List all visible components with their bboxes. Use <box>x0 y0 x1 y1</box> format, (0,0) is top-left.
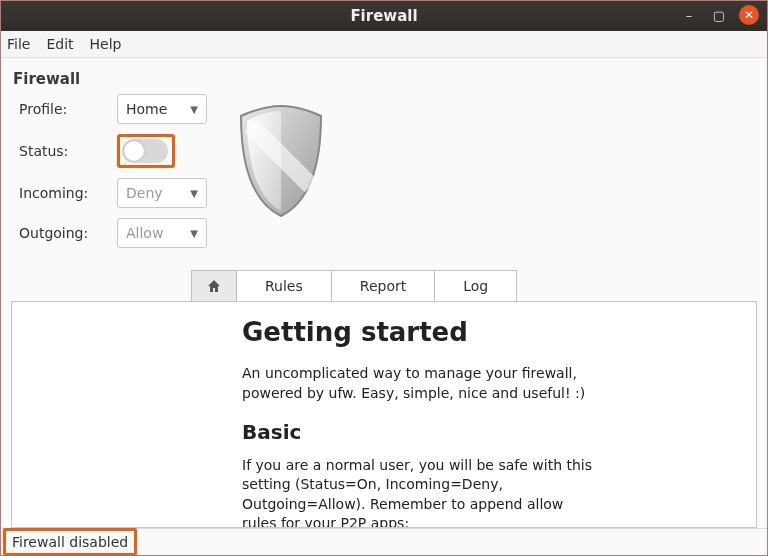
tab-report[interactable]: Report <box>331 270 435 301</box>
chevron-down-icon: ▼ <box>190 228 198 239</box>
shield-icon <box>231 101 331 224</box>
firewall-window: Firewall – ▢ ✕ File Edit Help Firewall P… <box>0 0 768 556</box>
maximize-button[interactable]: ▢ <box>709 5 729 25</box>
content-area: Firewall Profile: Home ▼ Status: Incomin… <box>1 58 767 528</box>
profile-value: Home <box>126 101 167 117</box>
status-label: Status: <box>19 143 109 159</box>
close-button[interactable]: ✕ <box>739 5 759 25</box>
incoming-label: Incoming: <box>19 185 109 201</box>
toggle-knob <box>124 141 144 161</box>
title-bar: Firewall – ▢ ✕ <box>1 1 767 31</box>
minimize-button[interactable]: – <box>679 5 699 25</box>
main-pane: Getting started An uncomplicated way to … <box>11 301 757 528</box>
doc-intro: An uncomplicated way to manage your fire… <box>242 364 602 403</box>
outgoing-select[interactable]: Allow ▼ <box>117 218 207 248</box>
tab-log[interactable]: Log <box>434 270 517 301</box>
tab-home[interactable] <box>191 270 237 301</box>
window-title: Firewall <box>350 7 417 25</box>
incoming-value: Deny <box>126 185 163 201</box>
status-highlight-bottom: Firewall disabled <box>3 528 137 556</box>
status-bar: Firewall disabled <box>1 528 767 555</box>
incoming-select[interactable]: Deny ▼ <box>117 178 207 208</box>
home-icon <box>206 278 222 294</box>
tab-rules[interactable]: Rules <box>236 270 332 301</box>
settings-form: Profile: Home ▼ Status: Incoming: Deny ▼… <box>19 94 767 248</box>
doc-heading: Getting started <box>242 314 756 350</box>
doc-subheading: Basic <box>242 418 756 446</box>
status-highlight <box>117 134 175 168</box>
chevron-down-icon: ▼ <box>190 104 198 115</box>
menu-bar: File Edit Help <box>1 31 767 58</box>
chevron-down-icon: ▼ <box>190 188 198 199</box>
status-toggle[interactable] <box>122 139 168 163</box>
menu-help[interactable]: Help <box>90 36 122 52</box>
outgoing-label: Outgoing: <box>19 225 109 241</box>
status-row <box>117 134 207 168</box>
profile-label: Profile: <box>19 101 109 117</box>
window-controls: – ▢ ✕ <box>679 5 759 25</box>
outgoing-value: Allow <box>126 225 163 241</box>
doc-basic: If you are a normal user, you will be sa… <box>242 456 602 528</box>
menu-file[interactable]: File <box>7 36 30 52</box>
tab-strip: Rules Report Log <box>191 270 767 301</box>
section-header: Firewall <box>13 70 767 88</box>
menu-edit[interactable]: Edit <box>46 36 73 52</box>
status-text: Firewall disabled <box>12 534 128 550</box>
getting-started-doc: Getting started An uncomplicated way to … <box>12 302 756 528</box>
profile-select[interactable]: Home ▼ <box>117 94 207 124</box>
